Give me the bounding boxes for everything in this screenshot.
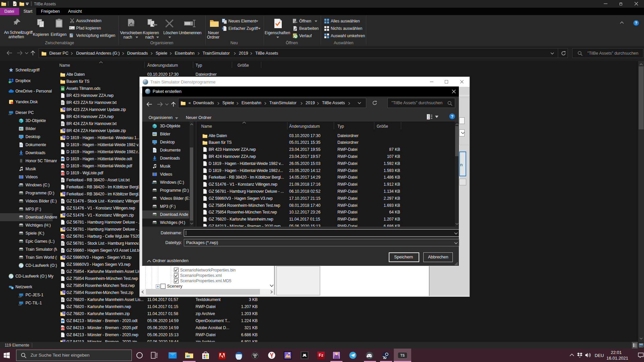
svg-text:TS: TS — [400, 354, 405, 357]
svg-text:?: ? — [635, 21, 637, 25]
svg-text:Fz: Fz — [319, 353, 323, 358]
svg-text:?: ? — [451, 114, 453, 119]
